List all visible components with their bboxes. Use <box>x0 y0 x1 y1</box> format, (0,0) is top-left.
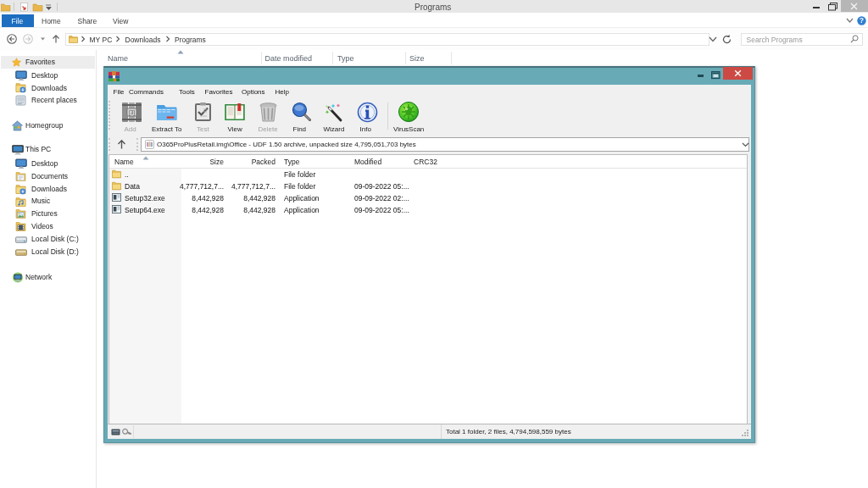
svg-text:?: ? <box>860 17 864 25</box>
svg-text:[3]: [3] <box>129 109 135 116</box>
